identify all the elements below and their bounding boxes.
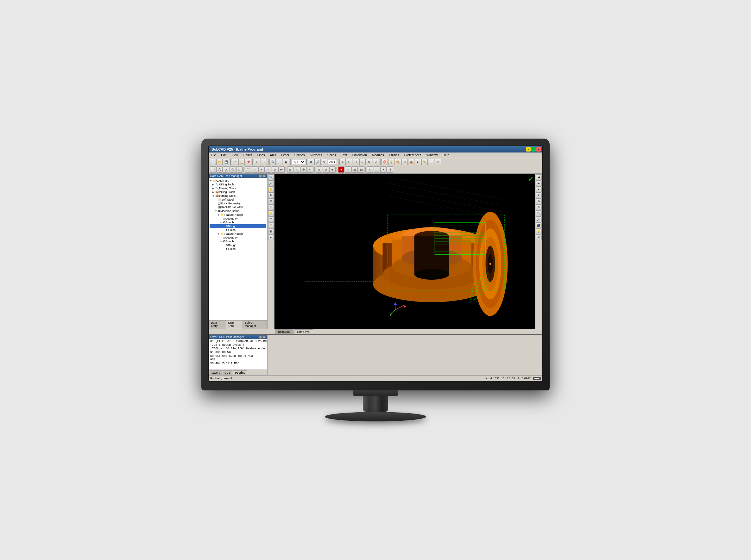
menu-utilities[interactable]: Utilities: [388, 153, 401, 157]
rotate-ccw-button[interactable]: ↺: [373, 159, 379, 165]
grid-button[interactable]: ⊞: [346, 159, 352, 165]
menu-points[interactable]: Points: [242, 153, 254, 157]
rect-button[interactable]: ⬜: [210, 166, 216, 173]
tree-item-geometry-1[interactable]: △ Geometry: [210, 217, 266, 221]
right-btn-5[interactable]: ⊕: [536, 198, 542, 204]
hatch-button[interactable]: ▨: [351, 166, 358, 173]
linetype-button[interactable]: ⸺: [345, 166, 351, 173]
mirror-button[interactable]: ⇌: [278, 166, 285, 173]
maximize-button[interactable]: □: [531, 147, 536, 152]
close-button[interactable]: ×: [536, 147, 541, 152]
tab-cam-tree[interactable]: CAM Tree: [226, 320, 243, 329]
sidebar-wireframe[interactable]: ⬡: [268, 216, 274, 222]
sidebar-view-front[interactable]: ▣: [268, 228, 274, 234]
tab-data-entry[interactable]: Data Entry: [209, 320, 226, 329]
right-btn-6[interactable]: ⊗: [536, 204, 542, 210]
cut-button[interactable]: ✂: [232, 159, 238, 165]
draw-button[interactable]: ✎: [321, 159, 327, 165]
rotate-button[interactable]: ↻: [307, 166, 313, 173]
layer-btn-posting[interactable]: Posting: [233, 371, 247, 375]
union-button[interactable]: ⊕: [316, 166, 322, 173]
fit-button[interactable]: ⬜: [276, 159, 283, 165]
tree-item-finish-2[interactable]: ✦ Finish: [210, 247, 266, 251]
render-button[interactable]: 🎨: [395, 159, 401, 165]
sidebar-zoom-out[interactable]: 🔎: [268, 180, 274, 186]
menu-preferences[interactable]: Preferences: [403, 153, 423, 157]
delete-button[interactable]: ✖: [380, 166, 387, 173]
tree-item-milling-stock[interactable]: ▶ 📦 Milling Stock: [210, 190, 266, 194]
dim-button[interactable]: ◫: [428, 159, 435, 165]
new-button[interactable]: 📄: [210, 159, 216, 165]
menu-help[interactable]: Help: [441, 153, 450, 157]
menu-surfaces[interactable]: Surfaces: [308, 153, 323, 157]
offset-button[interactable]: ⊙: [272, 166, 278, 173]
vp-tab-lathe[interactable]: Lathe Pro.: [294, 329, 313, 334]
right-btn-1[interactable]: ◀: [536, 174, 542, 180]
undo-button[interactable]: ↩: [254, 159, 260, 165]
chamfer-button[interactable]: ⌐: [252, 166, 258, 173]
select-button[interactable]: ↖: [367, 166, 373, 173]
ortho-button[interactable]: ⊡: [353, 159, 359, 165]
sidebar-view-iso[interactable]: ◈: [268, 235, 274, 240]
menu-splines[interactable]: Splines: [293, 153, 306, 157]
sim-button[interactable]: ▶: [415, 159, 421, 165]
sidebar-zoom-in[interactable]: 🔍: [268, 174, 274, 180]
tree-item-turning-tools[interactable]: ▶ 🔧 Turning Tools: [210, 186, 266, 190]
redo-button[interactable]: ↪: [261, 159, 267, 165]
menu-solids[interactable]: Solids: [326, 153, 337, 157]
panel-float-button[interactable]: _: [259, 174, 262, 178]
sidebar-rotate-view[interactable]: ↻: [268, 192, 274, 198]
right-btn-eye[interactable]: 👁: [536, 235, 542, 240]
rotate-cw-button[interactable]: ↻: [366, 159, 372, 165]
poly-button[interactable]: □: [236, 166, 243, 173]
tree-item-fanuc[interactable]: 💻 FANUC LathePat: [210, 205, 266, 209]
vp-tab-bobcad1[interactable]: BobCAD1: [275, 329, 293, 334]
menu-other[interactable]: Other: [280, 153, 291, 157]
sidebar-select[interactable]: ↖: [268, 204, 274, 210]
menu-text[interactable]: Text: [340, 153, 348, 157]
properties-button[interactable]: ℹ: [387, 166, 393, 173]
subtract-button[interactable]: ⊖: [323, 166, 329, 173]
extend-button[interactable]: →: [265, 166, 271, 173]
window-button[interactable]: ▣: [283, 159, 289, 165]
trim-button[interactable]: ✂: [258, 166, 265, 173]
layer-btn-layers[interactable]: Layers: [210, 371, 222, 375]
viewport[interactable]: ✓: [274, 174, 535, 329]
menu-dimension[interactable]: Dimension: [350, 153, 368, 157]
sidebar-pan[interactable]: ✋: [268, 186, 274, 192]
fillet-button[interactable]: ⌒: [245, 166, 251, 173]
save-button[interactable]: 💾: [223, 159, 229, 165]
fill-button[interactable]: ▧: [358, 166, 364, 173]
tree-item-rough-2[interactable]: ⚙ Rough: [210, 243, 266, 247]
menu-window[interactable]: Window: [425, 153, 439, 157]
print-button[interactable]: 🖨: [435, 159, 441, 165]
tree-item-milling-tools[interactable]: ▶ 🔧 Milling Tools: [210, 183, 266, 186]
code-panel-close[interactable]: ×: [263, 335, 266, 339]
right-btn-camera[interactable]: 🎥: [536, 222, 542, 228]
font-dropdown[interactable]: Aa ▾: [328, 159, 337, 165]
right-btn-light[interactable]: 💡: [536, 228, 542, 234]
tree-item-cam-part[interactable]: ▼ 📁 CAM Part: [210, 179, 266, 183]
tree-item-feature-rough-2[interactable]: ▼ 📁 Feature Rough: [210, 232, 266, 236]
menu-lines[interactable]: Lines: [256, 153, 266, 157]
triangle-button[interactable]: △: [223, 166, 229, 173]
color-button[interactable]: ■: [338, 166, 345, 173]
sidebar-fit[interactable]: ⊞: [268, 198, 274, 204]
right-btn-3[interactable]: ▲: [536, 186, 542, 192]
right-btn-7[interactable]: 🔍: [536, 211, 542, 216]
tree-item-finish-1[interactable]: ✦ Finish: [210, 228, 266, 232]
menu-file[interactable]: File: [210, 153, 217, 157]
tree-item-rough-group-1[interactable]: ▼ ⚙ Rough: [210, 221, 266, 224]
circle-button[interactable]: ◯: [216, 166, 223, 173]
hex-button[interactable]: ⬡: [230, 166, 236, 173]
layer-btn-ucs[interactable]: UCS: [223, 371, 232, 375]
code-left-content[interactable]: O1 (FILE LATHE PROGRAM.NC SL25-MC MO! (J…: [209, 339, 267, 369]
menu-edit[interactable]: Edit: [220, 153, 228, 157]
copy-button[interactable]: 📋: [238, 159, 245, 165]
cam-button[interactable]: ⚙: [402, 159, 408, 165]
array-button[interactable]: ⊞: [287, 166, 293, 173]
measure-button[interactable]: 📏: [421, 159, 428, 165]
right-btn-2[interactable]: ▶: [536, 180, 542, 186]
deselect-button[interactable]: ⬚: [373, 166, 380, 173]
search-button[interactable]: 🔎: [314, 159, 321, 165]
